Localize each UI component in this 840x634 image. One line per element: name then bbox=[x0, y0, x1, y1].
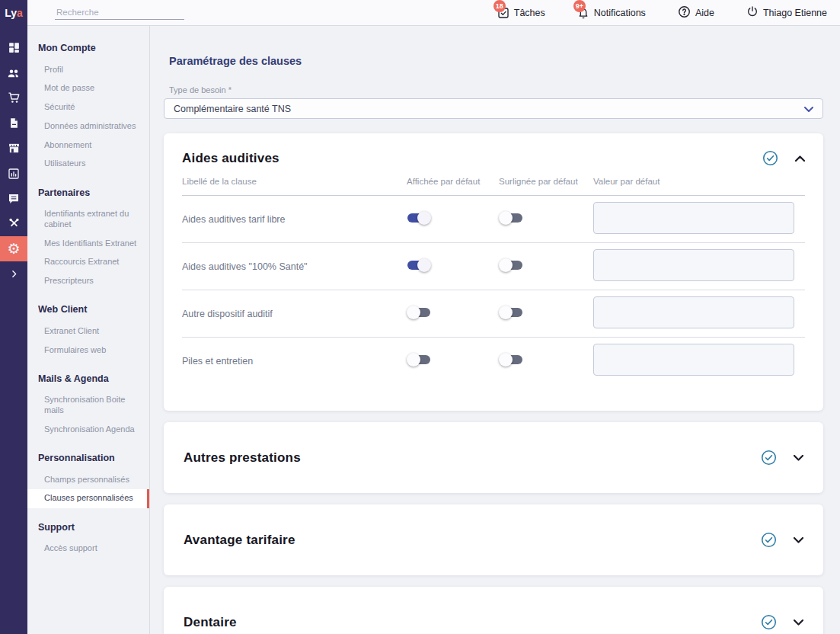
chevron-down-icon[interactable] bbox=[794, 455, 803, 461]
page-title: Paramétrage des clauses bbox=[169, 55, 823, 67]
sidebar-item-prescripteurs[interactable]: Prescripteurs bbox=[27, 272, 149, 291]
clause-row: Aides auditives "100% Santé" bbox=[182, 243, 805, 290]
sidebar-item-utilisateurs[interactable]: Utilisateurs bbox=[27, 155, 149, 174]
valeur-input[interactable] bbox=[593, 344, 794, 376]
sidebar-item-mes-identifiants-extranet[interactable]: Mes Identifiants Extranet bbox=[27, 234, 149, 253]
clause-row: Autre dispositif auditif bbox=[182, 290, 805, 338]
rail-reports-icon[interactable] bbox=[0, 161, 27, 186]
surlignee-toggle[interactable] bbox=[499, 306, 523, 319]
sidebar-section-mon-compte: Mon Compte Profil Mot de passe Sécurité … bbox=[27, 43, 149, 174]
sidebar-section-title: Mails & Agenda bbox=[27, 373, 149, 384]
sidebar-section-support: Support Accès support bbox=[27, 522, 149, 559]
topbar-actions: 18 Tâches 9+ Notifications bbox=[497, 5, 840, 21]
section-card-autres-prestations[interactable]: Autres prestations bbox=[164, 422, 823, 493]
surlignee-toggle[interactable] bbox=[499, 211, 523, 225]
sidebar-item-mot-de-passe[interactable]: Mot de passe bbox=[27, 79, 149, 98]
sidebar-item-champs-personnalises[interactable]: Champs personnalisés bbox=[27, 470, 149, 489]
section-header[interactable]: Aides auditives bbox=[182, 150, 805, 166]
clause-label: Aides auditives "100% Santé" bbox=[182, 261, 407, 272]
section-validated-check-icon[interactable] bbox=[761, 450, 777, 466]
rail-messages-icon[interactable] bbox=[0, 186, 27, 211]
icon-rail: ⚙ bbox=[0, 26, 27, 634]
affichee-toggle[interactable] bbox=[407, 211, 431, 225]
sidebar-item-clauses-personnalisees[interactable]: Clauses personnalisées bbox=[27, 489, 149, 508]
sidebar-item-raccourcis-extranet[interactable]: Raccourcis Extranet bbox=[27, 253, 149, 272]
section-card-aides-auditives: Aides auditives Li bbox=[164, 133, 823, 411]
need-type-select[interactable]: Complémentaire santé TNS bbox=[164, 98, 823, 119]
valeur-input[interactable] bbox=[593, 249, 794, 281]
rail-marketplace-icon[interactable] bbox=[0, 136, 27, 161]
user-name: Thiago Etienne bbox=[763, 8, 827, 18]
chevron-down-icon[interactable] bbox=[794, 620, 803, 626]
topbar: Lya 18 Tâches bbox=[0, 0, 840, 26]
section-validated-check-icon[interactable] bbox=[761, 532, 777, 548]
need-type-label: Type de besoin * bbox=[169, 85, 823, 94]
help-icon bbox=[678, 5, 691, 21]
sidebar-item-donnees-administratives[interactable]: Données administratives bbox=[27, 117, 149, 136]
sidebar-item-securite[interactable]: Sécurité bbox=[27, 98, 149, 117]
section-title: Autres prestations bbox=[184, 450, 761, 466]
notifications-badge: 9+ bbox=[573, 0, 586, 12]
sidebar-item-formulaires-web[interactable]: Formulaires web bbox=[27, 341, 149, 360]
user-menu-button[interactable]: Thiago Etienne bbox=[746, 5, 827, 20]
sidebar-item-abonnement[interactable]: Abonnement bbox=[27, 136, 149, 155]
need-type-value: Complémentaire santé TNS bbox=[174, 104, 291, 114]
rail-settings-icon[interactable]: ⚙ bbox=[0, 236, 27, 261]
sidebar-section-title: Web Client bbox=[27, 304, 149, 315]
clauses-table-header: Libellé de la clause Affichée par défaut… bbox=[182, 177, 805, 196]
sidebar-section-title: Mon Compte bbox=[27, 43, 149, 53]
rail-documents-icon[interactable] bbox=[0, 110, 27, 136]
rail-contacts-icon[interactable] bbox=[0, 60, 27, 85]
clause-label: Aides auditives tarif libre bbox=[182, 214, 407, 225]
sidebar-section-personnalisation: Personnalisation Champs personnalisés Cl… bbox=[27, 453, 149, 508]
rail-dashboard-icon[interactable] bbox=[0, 35, 27, 60]
logo-text-accent: a bbox=[17, 7, 23, 19]
tasks-icon: 18 bbox=[497, 7, 509, 19]
tasks-button[interactable]: 18 Tâches bbox=[497, 7, 545, 19]
rail-expand-icon[interactable] bbox=[0, 261, 27, 287]
main-content: Paramétrage des clauses Type de besoin *… bbox=[150, 26, 840, 634]
section-card-dentaire[interactable]: Dentaire bbox=[164, 587, 823, 634]
chevron-down-icon bbox=[804, 104, 813, 114]
sidebar-section-title: Support bbox=[27, 522, 149, 533]
chevron-down-icon[interactable] bbox=[794, 537, 803, 543]
affichee-toggle[interactable] bbox=[407, 258, 431, 272]
section-card-avantage-tarifaire[interactable]: Avantage tarifaire bbox=[164, 504, 823, 575]
col-header-libelle: Libellé de la clause bbox=[182, 177, 407, 186]
surlignee-toggle[interactable] bbox=[499, 258, 523, 272]
app-logo[interactable]: Lya bbox=[0, 0, 27, 26]
tasks-badge: 18 bbox=[493, 0, 506, 12]
power-icon bbox=[746, 5, 759, 20]
notifications-button[interactable]: 9+ Notifications bbox=[577, 7, 646, 19]
notifications-label: Notifications bbox=[594, 8, 646, 18]
section-title: Avantage tarifaire bbox=[184, 533, 761, 548]
clause-label: Autre dispositif auditif bbox=[182, 309, 407, 319]
search-input[interactable] bbox=[55, 5, 184, 20]
help-button[interactable]: Aide bbox=[678, 5, 714, 21]
section-title: Aides auditives bbox=[182, 151, 762, 166]
affichee-toggle[interactable] bbox=[407, 353, 431, 367]
sidebar-item-extranet-client[interactable]: Extranet Client bbox=[27, 322, 149, 341]
section-validated-check-icon[interactable] bbox=[762, 150, 778, 166]
sidebar-item-profil[interactable]: Profil bbox=[27, 60, 149, 79]
valeur-input[interactable] bbox=[593, 202, 794, 234]
chevron-up-icon[interactable] bbox=[795, 155, 805, 162]
valeur-input[interactable] bbox=[593, 296, 794, 328]
rail-tools-icon[interactable] bbox=[0, 211, 27, 236]
help-label: Aide bbox=[695, 8, 714, 18]
surlignee-toggle[interactable] bbox=[499, 353, 523, 367]
rail-cart-icon[interactable] bbox=[0, 85, 27, 110]
app-window: Lya 18 Tâches bbox=[0, 0, 840, 634]
section-validated-check-icon[interactable] bbox=[761, 614, 777, 630]
sidebar-section-partenaires: Partenaires Identifiants extranet du cab… bbox=[27, 187, 149, 291]
sidebar-item-sync-boite-mails[interactable]: Synchronisation Boite mails bbox=[27, 391, 149, 421]
sidebar-item-sync-agenda[interactable]: Synchronisation Agenda bbox=[27, 420, 149, 439]
sidebar-item-acces-support[interactable]: Accès support bbox=[27, 540, 149, 559]
sidebar-section-mails-agenda: Mails & Agenda Synchronisation Boite mai… bbox=[27, 373, 149, 439]
sidebar-item-identifiants-extranet-cabinet[interactable]: Identifiants extranet du cabinet bbox=[27, 205, 149, 235]
sidebar-section-title: Partenaires bbox=[27, 187, 149, 198]
clause-label: Piles et entretien bbox=[182, 356, 407, 367]
col-header-valeur: Valeur par défaut bbox=[593, 177, 805, 186]
affichee-toggle[interactable] bbox=[407, 306, 431, 319]
clause-row: Piles et entretien bbox=[182, 338, 805, 385]
